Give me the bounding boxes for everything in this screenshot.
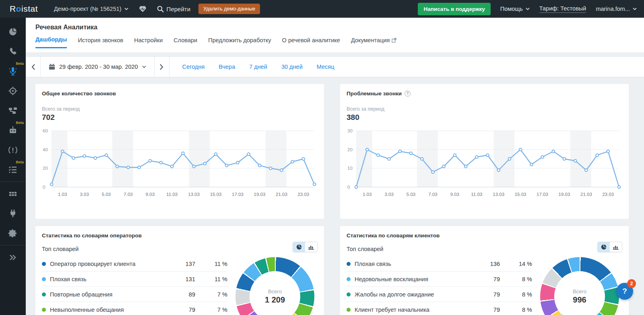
dictionary-legend: Плохая связь13614 %Недовольные восклицан… <box>347 256 532 315</box>
legend-dot-icon <box>347 277 351 281</box>
pie-view-button[interactable] <box>598 242 610 252</box>
external-link-icon <box>392 38 396 43</box>
quick-link-month[interactable]: Месяц <box>317 64 334 70</box>
global-search[interactable]: Перейти <box>157 6 190 12</box>
sidebar-item-speech-analytics[interactable]: Beta <box>0 61 26 81</box>
microphone-icon <box>8 66 18 76</box>
donut-total-label: Всего <box>268 288 282 294</box>
sidebar-item-integrations[interactable] <box>0 204 26 223</box>
support-chat-button[interactable]: ? 2 <box>616 283 633 300</box>
bar-view-icon <box>613 244 619 250</box>
chevron-right-icon <box>160 64 163 70</box>
svg-text:21.03: 21.03 <box>580 192 592 197</box>
question-mark-icon: ? <box>622 287 627 296</box>
tab-label: Предложить доработку <box>208 37 271 43</box>
tab-suggest[interactable]: Предложить доработку <box>208 36 271 48</box>
dictionary-count: 79 <box>472 307 500 313</box>
top-dictionaries-label: Топ словарей <box>347 246 532 252</box>
svg-text:3.03: 3.03 <box>384 192 393 197</box>
quick-date-links: СегодняВчера7 дней30 днейМесяц <box>182 64 334 70</box>
bar-view-button[interactable] <box>305 242 317 252</box>
help-menu[interactable]: Помощь <box>500 6 530 12</box>
period-total-label: Всего за период <box>347 106 622 112</box>
pie-view-icon <box>296 244 302 250</box>
bar-view-button[interactable] <box>610 242 622 252</box>
dashboard-grid: Общее количество звонков Всего за период… <box>26 77 644 315</box>
svg-text:7.03: 7.03 <box>428 192 437 197</box>
dictionary-row[interactable]: Оператор провоцирует клиента13711 % <box>42 256 227 272</box>
user-menu[interactable]: marina.fom... <box>596 6 637 12</box>
svg-text:30: 30 <box>347 128 353 133</box>
sidebar-item-multichannel[interactable] <box>0 101 26 120</box>
svg-text:23.03: 23.03 <box>602 192 614 197</box>
quick-link-yesterday[interactable]: Вчера <box>219 64 235 70</box>
sidebar-item-tasks[interactable]: Beta <box>0 160 26 179</box>
health-heart-icon[interactable] <box>139 6 147 12</box>
dictionary-row[interactable]: Жалобы на долгое ожидание798 % <box>347 287 532 302</box>
client-dictionaries-card: Статистика по словарям клиентов Топ слов… <box>340 226 629 315</box>
date-toolbar: 29 февр. 2020 - 30 мар. 2020 СегодняВчер… <box>26 56 644 77</box>
dictionary-row[interactable]: Повторные обращения897 % <box>42 287 227 302</box>
sidebar-item-alerts[interactable] <box>0 140 26 160</box>
svg-text:20: 20 <box>347 147 353 152</box>
date-range-value: 29 февр. 2020 - 30 мар. 2020 <box>59 64 138 70</box>
donut-total-value: 1 209 <box>265 295 285 305</box>
beta-badge: Beta <box>16 160 24 164</box>
double-chevron-right-icon <box>8 253 18 262</box>
tariff-link[interactable]: Тариф: Тестовый <box>539 5 586 13</box>
tab-dashboards[interactable]: Дашборды <box>35 36 67 48</box>
help-icon[interactable]: ? <box>405 91 411 97</box>
tab-documentation[interactable]: Документация <box>351 36 396 48</box>
quick-link-today[interactable]: Сегодня <box>182 64 205 70</box>
svg-text:5.03: 5.03 <box>102 192 111 197</box>
next-period-button[interactable] <box>155 56 169 77</box>
svg-text:11.03: 11.03 <box>166 192 178 197</box>
tab-dictionaries[interactable]: Словари <box>173 36 197 48</box>
dictionary-percent: 11 % <box>195 261 227 267</box>
sidebar-item-goals[interactable] <box>0 81 26 101</box>
sidebar-item-analytics[interactable] <box>0 22 26 41</box>
svg-text:9.03: 9.03 <box>450 192 459 197</box>
sidebar-item-expand[interactable] <box>0 247 26 267</box>
svg-text:20: 20 <box>43 166 48 171</box>
chevron-down-icon <box>633 8 637 10</box>
dictionary-name: Недовольные восклицания <box>355 276 472 282</box>
prev-period-button[interactable] <box>26 56 40 77</box>
card-title: Статистика по словарям клиентов <box>347 233 440 239</box>
dictionary-count: 131 <box>167 276 195 282</box>
dictionary-count: 79 <box>167 307 195 313</box>
dictionary-count: 79 <box>472 291 500 298</box>
dictionary-row[interactable]: Невыполненные обещания797 % <box>42 302 227 315</box>
beta-badge: Beta <box>16 62 24 66</box>
legend-dot-icon <box>347 308 351 312</box>
dictionary-row[interactable]: Клиент требует начальника798 % <box>347 302 532 315</box>
period-total-label: Всего за период <box>42 106 318 112</box>
page-title: Речевая Аналитика <box>35 24 634 31</box>
delete-demo-data-button[interactable]: Удалить демо-данные <box>198 4 260 14</box>
tab-call-history[interactable]: История звонков <box>78 36 123 48</box>
pie-chart-icon <box>8 27 18 37</box>
write-to-support-button[interactable]: Написать в поддержку <box>418 3 490 15</box>
dictionary-name: Невыполненные обещания <box>50 307 167 313</box>
project-selector[interactable]: Демо-проект (№ 156251) <box>54 6 128 12</box>
quick-link-7-days[interactable]: 7 дней <box>249 64 267 70</box>
roistat-logo[interactable]: Roistat <box>10 4 38 14</box>
svg-text:1.03: 1.03 <box>58 192 67 197</box>
dictionary-row[interactable]: Плохая связь13614 % <box>347 256 532 272</box>
left-sidebar: BetaBetaBeta <box>0 18 26 315</box>
tab-settings[interactable]: Настройки <box>134 36 163 48</box>
tab-about[interactable]: О речевой аналитике <box>282 36 340 48</box>
sidebar-item-modules[interactable] <box>0 184 26 204</box>
dictionary-row[interactable]: Недовольные восклицания798 % <box>347 272 532 287</box>
pie-view-button[interactable] <box>293 242 305 252</box>
sidebar-item-calls[interactable] <box>0 41 26 61</box>
dictionary-name: Плохая связь <box>50 276 167 282</box>
dictionary-name: Жалобы на долгое ожидание <box>355 291 472 298</box>
sidebar-item-settings[interactable] <box>0 223 26 243</box>
date-range-picker[interactable]: 29 февр. 2020 - 30 мар. 2020 <box>41 56 154 77</box>
dictionary-row[interactable]: Плохая связь13111 % <box>42 272 227 287</box>
legend-dot-icon <box>42 292 46 296</box>
chevron-down-icon <box>124 8 128 10</box>
quick-link-30-days[interactable]: 30 дней <box>281 64 303 70</box>
sidebar-item-robot[interactable]: Beta <box>0 120 26 140</box>
